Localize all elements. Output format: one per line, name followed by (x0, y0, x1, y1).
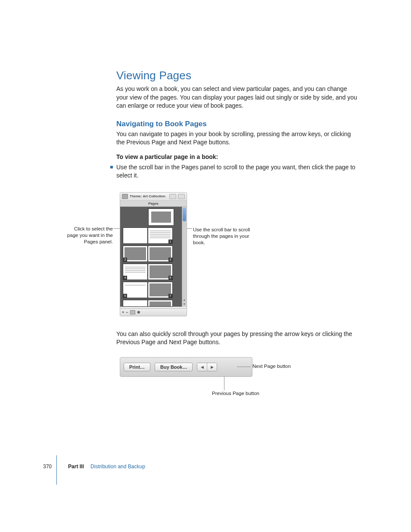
layout-button[interactable] (130, 310, 135, 314)
page-number: 6 (123, 294, 127, 298)
callout-line (237, 367, 251, 367)
page-number: 7 (168, 294, 172, 298)
callout-line (114, 228, 120, 229)
bullet-icon (110, 166, 113, 168)
remove-page-button[interactable]: − (126, 310, 128, 314)
page-thumbnail[interactable] (148, 300, 173, 307)
scroll-up-icon[interactable]: ▴ (183, 298, 186, 302)
page-thumbnail[interactable]: 6 (123, 282, 148, 298)
intro-paragraph: As you work on a book, you can select an… (116, 85, 358, 110)
print-button[interactable]: Print… (124, 363, 150, 371)
book-toolbar: Print… Buy Book… ◄ ► (120, 357, 252, 377)
page-thumbnail[interactable] (123, 300, 148, 307)
section-heading: Viewing Pages (116, 69, 358, 82)
page-thumbnail[interactable]: 4 (123, 264, 148, 280)
panel-header: Theme: Art Collection (120, 193, 187, 201)
page-footer: 370 Part III Distribution and Backup (43, 464, 284, 470)
page-number: 5 (168, 276, 172, 280)
callout-scrollbar: Use the scroll bar to scroll through the… (193, 227, 262, 246)
panel-footer: + − ✻ (120, 308, 187, 316)
caption-previous-page: Previous Page button (212, 391, 259, 396)
task-heading: To view a particular page in a book: (116, 153, 358, 162)
page-thumbnail[interactable]: 7 (148, 282, 173, 298)
scrollbar-track[interactable]: ▴ ▾ (182, 207, 187, 307)
page-thumbnail[interactable] (149, 209, 174, 225)
body-paragraph: You can also quickly scroll through your… (116, 330, 358, 347)
callout-line (224, 376, 224, 390)
view-mode-button[interactable] (169, 194, 176, 199)
page-thumbnail[interactable]: 1 (148, 227, 173, 244)
page-number: 4 (123, 276, 127, 280)
page-thumbnail[interactable]: 5 (148, 264, 173, 280)
panel-app-icon (122, 194, 128, 199)
add-page-button[interactable]: + (122, 310, 124, 314)
page-number: 370 (43, 464, 52, 470)
next-page-button[interactable]: ► (207, 363, 217, 371)
callout-line (187, 228, 192, 229)
task-step: Use the scroll bar in the Pages panel to… (116, 163, 358, 180)
expand-button[interactable] (178, 194, 185, 199)
page-thumbnail[interactable]: 2 (123, 246, 148, 262)
part-title: Distribution and Backup (90, 464, 145, 470)
page-number: 3 (168, 258, 172, 261)
callout-select-page: Click to select the page you want in the… (65, 226, 113, 245)
buy-book-button[interactable]: Buy Book… (155, 363, 193, 371)
scrollbar-thumb[interactable] (183, 208, 186, 221)
subsection-heading: Navigating to Book Pages (116, 120, 358, 128)
theme-label: Theme: Art Collection (130, 194, 168, 198)
page-thumbnail[interactable] (123, 227, 148, 244)
caption-next-page: Next Page button (252, 364, 291, 369)
previous-page-button[interactable]: ◄ (197, 363, 207, 371)
part-label: Part III (68, 464, 84, 470)
pages-panel: Theme: Art Collection Pages (120, 192, 187, 316)
margin-rule (56, 455, 57, 485)
thumbnail-scroll-area[interactable]: 1 2 3 (120, 207, 187, 307)
pages-tab[interactable]: Pages (120, 201, 187, 207)
page-number: 1 (168, 240, 172, 243)
scroll-down-icon[interactable]: ▾ (183, 302, 186, 306)
subsection-intro: You can navigate to pages in your book b… (116, 130, 358, 147)
page-thumbnail[interactable]: 3 (148, 246, 173, 262)
page-number: 2 (123, 258, 127, 261)
settings-gear-icon[interactable]: ✻ (137, 310, 140, 314)
